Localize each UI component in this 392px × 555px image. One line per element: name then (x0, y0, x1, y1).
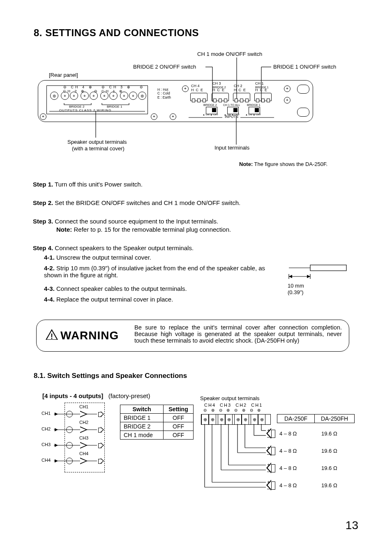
subsection-heading: 8.1. Switch Settings and Speaker Connect… (34, 372, 187, 380)
fuse-holder-icon (297, 108, 309, 117)
rear-panel: ⊖ CH 4 ⊕ ⊖ CH 3 ⊕ ⊖ CH 2 ⊕ ⊖ CH 1 ⊕ ⊚ + … (38, 80, 313, 122)
rear-panel-title: [Rear panel] (49, 72, 78, 78)
spk-imp-headers: DA-250F DA-250FH (277, 414, 355, 423)
substep-4-2-text: Strip 10 mm (0.39") of insulative jacket… (44, 265, 265, 279)
spk-term-strip: ⊕ ⊕ ⊕ ⊕ ⊕ ⊕ ⊕ ⊕ (201, 414, 271, 425)
strip-len2: (0.39") (288, 289, 304, 295)
svg-marker-24 (55, 459, 58, 463)
config-title: [4 inputs - 4 outputs] (42, 392, 103, 399)
step-3-text: Connect the sound source equipment to th… (55, 218, 218, 225)
spk-term-title: Speaker output terminals (200, 395, 260, 401)
imp-4b: 19.6 Ω (321, 482, 337, 488)
knob-icon (66, 411, 73, 417)
warning-title: WARNING (60, 329, 119, 342)
amp-lbl-3: CH3 (79, 435, 88, 440)
td: BRIDGE 2 (120, 422, 164, 431)
imp-2b: 19.6 Ω (321, 448, 337, 454)
td: OFF (164, 422, 194, 431)
step-3-label: Step 3. (33, 218, 53, 225)
amp-lbl-2: CH2 (79, 420, 88, 425)
substep-4-1-text: Unscrew the output terminal cover. (56, 254, 151, 261)
step-2-text: Set the BRIDGE ON/OFF switches and CH 1 … (55, 199, 240, 206)
imp-1a: 4 – 8 Ω (279, 431, 297, 437)
sig-label-ch1: CH1 (42, 411, 51, 416)
svg-marker-16 (307, 275, 310, 278)
substep-4-1: 4-1. Unscrew the output terminal cover. (44, 254, 151, 261)
sig-label-ch4: CH4 (42, 458, 51, 463)
switch-settings-table: Switch Setting BRIDGE 1OFF BRIDGE 2OFF C… (120, 405, 194, 440)
amp-lbl-1: CH1 (79, 404, 88, 409)
td: CH 1 mode (120, 431, 164, 440)
step-1-text: Turn off this unit's Power switch. (55, 181, 143, 188)
th-setting: Setting (164, 405, 194, 414)
imp-1b: 19.6 Ω (321, 431, 337, 437)
td: BRIDGE 1 (120, 414, 164, 422)
svg-rect-10 (310, 265, 346, 271)
config-title-row: [4 inputs - 4 outputs] (factory-preset) (42, 392, 150, 399)
imp-3b: 19.6 Ω (321, 465, 337, 471)
imp-3a: 4 – 8 Ω (279, 465, 297, 471)
signal-flow-diagram: CH1 CH1 CH2 CH2 CH3 CH3 CH4 CH4 (42, 403, 109, 481)
hce-legend: H : Hot C : Cold E : Earth (157, 88, 171, 99)
td: OFF (164, 414, 194, 422)
inputs-label: INPUTS (225, 115, 238, 119)
chassis-screw-icon: + (151, 113, 157, 120)
callout-ch1mode: CH 1 mode ON/OFF switch (197, 51, 262, 57)
step-4: Step 4. Connect speakers to the Speaker … (33, 244, 194, 251)
substep-4-1-label: 4-1. (44, 254, 55, 261)
step-3-note-label: Note: (56, 226, 72, 233)
substep-4-4: 4-4. Replace the output terminal cover i… (44, 296, 173, 303)
step-2-label: Step 2. (33, 199, 53, 206)
svg-marker-21 (55, 412, 58, 416)
page: 8. SETTINGS AND CONNECTIONS CH 1 mode ON… (0, 0, 392, 555)
substep-4-2-label: 4-2. (44, 265, 55, 272)
step-4-text: Connect speakers to the Speaker output t… (55, 244, 194, 251)
svg-marker-15 (289, 275, 292, 278)
knob-icon (66, 458, 73, 464)
substep-4-2: 4-2. Strip 10 mm (0.39") of insulative j… (44, 265, 272, 279)
legend-e: E : Earth (157, 96, 171, 99)
callout-bridge1: BRIDGE 1 ON/OFF switch (273, 64, 336, 70)
td: OFF (164, 431, 194, 440)
step-4-label: Step 4. (33, 244, 53, 251)
callout-inputs: Input terminals (214, 145, 249, 151)
config-preset: (factory-preset) (108, 392, 150, 399)
step-1-label: Step 1. (33, 181, 53, 188)
step-3-note-text: Refer to p. 15 for the removable termina… (74, 226, 231, 233)
knob-icon (66, 442, 73, 449)
substep-4-3: 4-3. Connect speaker cables to the outpu… (44, 285, 187, 292)
warning-exclaim: ! (51, 332, 53, 341)
rack-screw-icon: + (40, 113, 46, 120)
warning-body: Be sure to replace the unit's terminal c… (134, 324, 342, 344)
note-text: The figure shows the DA-250F. (254, 161, 327, 167)
rear-panel-leaders (0, 0, 392, 156)
warning-box: ! WARNING Be sure to replace the unit's … (36, 320, 349, 352)
sig-label-ch3: CH3 (42, 442, 51, 447)
step-3-note: Note: Refer to p. 15 for the removable t… (56, 226, 231, 233)
imp-4a: 4 – 8 Ω (279, 482, 297, 488)
hdr-da250f: DA-250F (277, 415, 315, 423)
substep-4-3-text: Connect speaker cables to the output ter… (56, 285, 187, 292)
sig-label-ch2: CH2 (42, 426, 51, 431)
step-2: Step 2. Set the BRIDGE ON/OFF switches a… (33, 199, 240, 206)
chassis-screw-icon: + (170, 113, 176, 120)
substep-4-3-label: 4-3. (44, 285, 55, 292)
ac-inlet-icon (297, 85, 309, 94)
amp-lbl-4: CH4 (79, 451, 88, 456)
svg-marker-22 (55, 428, 58, 431)
th-switch: Switch (120, 405, 164, 414)
step-3: Step 3. Connect the sound source equipme… (33, 218, 218, 225)
svg-marker-23 (55, 444, 58, 447)
spk-term-polarity: ⊖ ⊕ ⊖ ⊕ ⊖ ⊕ ⊖ ⊕ (203, 408, 262, 412)
strip-len: 10 mm (288, 283, 304, 289)
hdr-da250fh: DA-250FH (315, 415, 355, 423)
spk-term-cols: CH4 CH3 CH2 CH1 (204, 403, 263, 408)
callout-spk-out-2: (with a terminal cover) (72, 145, 125, 152)
callout-spk-out-1: Speaker output terminals (67, 139, 127, 145)
substep-4-4-label: 4-4. (44, 296, 55, 303)
figure-note: Note: The figure shows the DA-250F. (239, 161, 327, 167)
substep-4-4-text: Replace the output terminal cover in pla… (56, 296, 173, 303)
knob-icon (66, 426, 73, 433)
step-1: Step 1. Turn off this unit's Power switc… (33, 181, 143, 188)
output-block: ⊖ CH 4 ⊕ ⊖ CH 3 ⊕ ⊖ CH 2 ⊕ ⊖ CH 1 ⊕ ⊚ + … (46, 85, 148, 114)
